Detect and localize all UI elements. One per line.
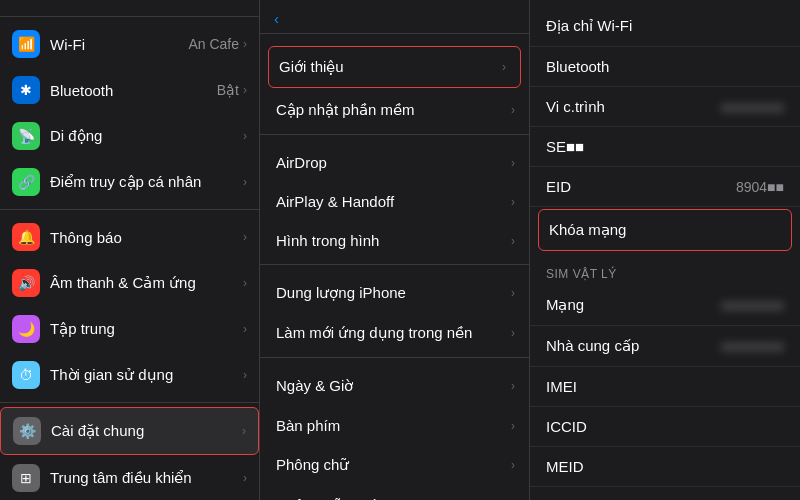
right-item-label-provider: Nhà cung cấp (546, 337, 639, 355)
settings-item-general[interactable]: ⚙️Cài đặt chung› (0, 407, 259, 455)
mid-item-label-about: Giới thiệu (279, 58, 344, 76)
back-button[interactable]: ‹ (272, 10, 281, 27)
mid-panel: ‹ Giới thiệu›Cập nhật phần mềm›AirDrop›A… (260, 0, 530, 500)
settings-item-wifi[interactable]: 📶Wi-FiAn Cafe› (0, 21, 259, 67)
hotspot-label: Điểm truy cập cá nhân (50, 173, 243, 191)
mid-item-chevron-airplay: › (511, 195, 515, 209)
sound-icon: 🔊 (12, 269, 40, 297)
hotspot-icon: 🔗 (12, 168, 40, 196)
mid-group-1: AirDrop›AirPlay & Handoff›Hình trong hìn… (260, 139, 529, 265)
mid-item-chevron-update: › (511, 103, 515, 117)
mid-item-chevron-pip: › (511, 234, 515, 248)
mid-group-0: Giới thiệu›Cập nhật phần mềm› (260, 40, 529, 135)
mid-item-chevron-datetime: › (511, 379, 515, 393)
settings-item-bluetooth[interactable]: ✱BluetoothBật› (0, 67, 259, 113)
mid-item-label-keyboard: Bàn phím (276, 417, 340, 434)
bluetooth-value: Bật (217, 82, 239, 98)
notification-label: Thông báo (50, 229, 243, 246)
settings-item-notification[interactable]: 🔔Thông báo› (0, 214, 259, 260)
right-item-wifi-addr: Địa chỉ Wi-Fi (530, 6, 800, 47)
mid-item-chevron-font: › (511, 458, 515, 472)
mid-item-label-pip: Hình trong hình (276, 232, 379, 249)
mid-item-pip[interactable]: Hình trong hình› (260, 221, 529, 260)
mid-item-label-datetime: Ngày & Giờ (276, 377, 353, 395)
mid-item-label-update: Cập nhật phần mềm (276, 101, 415, 119)
mid-item-chevron-about: › (502, 60, 506, 74)
right-item-meid: MEID (530, 447, 800, 487)
left-group-0: 📶Wi-FiAn Cafe›✱BluetoothBật›📡Di động›🔗Đi… (0, 17, 259, 210)
right-item-label-lock-network: Khóa mạng (549, 221, 626, 239)
bluetooth-chevron: › (243, 83, 247, 97)
right-item-carrier: Vi c.trìnhxxxxxxxxx (530, 87, 800, 127)
mid-item-label-background: Làm mới ứng dụng trong nền (276, 324, 472, 342)
general-chevron: › (242, 424, 246, 438)
mid-item-label-font: Phông chữ (276, 456, 349, 474)
right-item-label-wifi-addr: Địa chỉ Wi-Fi (546, 17, 632, 35)
right-item-value-provider: xxxxxxxxx (721, 338, 784, 354)
wifi-icon: 📶 (12, 30, 40, 58)
mid-item-airdrop[interactable]: AirDrop› (260, 143, 529, 182)
right-item-label-iccid: ICCID (546, 418, 587, 435)
mid-group-2: Dung lượng iPhone›Làm mới ứng dụng trong… (260, 269, 529, 358)
settings-item-sound[interactable]: 🔊Âm thanh & Cảm ứng› (0, 260, 259, 306)
mid-item-about[interactable]: Giới thiệu› (268, 46, 521, 88)
right-item-label-carrier: Vi c.trình (546, 98, 605, 115)
left-panel: 📶Wi-FiAn Cafe›✱BluetoothBật›📡Di động›🔗Đi… (0, 0, 260, 500)
mid-settings-list: Giới thiệu›Cập nhật phần mềm›AirDrop›Air… (260, 34, 529, 500)
settings-item-control[interactable]: ⊞Trung tâm điều khiển› (0, 455, 259, 500)
bluetooth-icon: ✱ (12, 76, 40, 104)
right-item-eid: EID8904■■ (530, 167, 800, 207)
focus-chevron: › (243, 322, 247, 336)
mobile-icon: 📡 (12, 122, 40, 150)
right-item-label-meid: MEID (546, 458, 584, 475)
mid-item-update[interactable]: Cập nhật phần mềm› (260, 90, 529, 130)
mid-item-airplay[interactable]: AirPlay & Handoff› (260, 182, 529, 221)
right-item-imei: IMEI (530, 367, 800, 407)
right-item-label-imei: IMEI (546, 378, 577, 395)
mid-item-keyboard[interactable]: Bàn phím› (260, 406, 529, 445)
right-item-label-network: Mạng (546, 296, 584, 314)
wifi-value: An Cafe (188, 36, 239, 52)
mid-item-chevron-storage: › (511, 286, 515, 300)
mid-item-background[interactable]: Làm mới ứng dụng trong nền› (260, 313, 529, 353)
notification-chevron: › (243, 230, 247, 244)
mid-group-3: Ngày & Giờ›Bàn phím›Phông chữ›Ngôn ngữ &… (260, 362, 529, 500)
settings-item-screentime[interactable]: ⏱Thời gian sử dụng› (0, 352, 259, 398)
mid-item-chevron-keyboard: › (511, 419, 515, 433)
sound-chevron: › (243, 276, 247, 290)
mid-item-label-airdrop: AirDrop (276, 154, 327, 171)
settings-item-focus[interactable]: 🌙Tập trung› (0, 306, 259, 352)
right-item-provider: Nhà cung cấpxxxxxxxxx (530, 326, 800, 367)
right-item-sim-vat-ly: SIM VẬT LÝ (530, 253, 800, 285)
bluetooth-label: Bluetooth (50, 82, 217, 99)
mid-item-language[interactable]: Ngôn ngữ & Vùng› (260, 485, 529, 500)
left-group-1: 🔔Thông báo›🔊Âm thanh & Cảm ứng›🌙Tập trun… (0, 210, 259, 403)
right-settings-list: Địa chỉ Wi-FiBluetoothVi c.trìnhxxxxxxxx… (530, 0, 800, 500)
mid-item-chevron-background: › (511, 326, 515, 340)
right-item-label-eid: EID (546, 178, 571, 195)
settings-list: 📶Wi-FiAn Cafe›✱BluetoothBật›📡Di động›🔗Đi… (0, 17, 259, 500)
right-item-lock-network[interactable]: Khóa mạng (538, 209, 792, 251)
mid-item-storage[interactable]: Dung lượng iPhone› (260, 273, 529, 313)
left-panel-header (0, 0, 259, 17)
right-item-label-bluetooth: Bluetooth (546, 58, 609, 75)
mid-item-chevron-airdrop: › (511, 156, 515, 170)
control-label: Trung tâm điều khiển (50, 469, 243, 487)
settings-item-hotspot[interactable]: 🔗Điểm truy cập cá nhân› (0, 159, 259, 205)
control-chevron: › (243, 471, 247, 485)
screentime-icon: ⏱ (12, 361, 40, 389)
right-item-sim-kha-dung: SIM KHẢ DỤNG (530, 487, 800, 500)
right-item-bluetooth: Bluetooth (530, 47, 800, 87)
mid-item-label-language: Ngôn ngữ & Vùng (276, 496, 396, 500)
right-item-iccid: ICCID (530, 407, 800, 447)
wifi-chevron: › (243, 37, 247, 51)
right-section-label-sim-vat-ly: SIM VẬT LÝ (546, 267, 617, 281)
mid-item-datetime[interactable]: Ngày & Giờ› (260, 366, 529, 406)
right-item-value-carrier: xxxxxxxxx (721, 99, 784, 115)
settings-item-mobile[interactable]: 📡Di động› (0, 113, 259, 159)
mid-item-font[interactable]: Phông chữ› (260, 445, 529, 485)
right-item-seid: SE■■ (530, 127, 800, 167)
focus-label: Tập trung (50, 320, 243, 338)
mid-panel-header: ‹ (260, 0, 529, 34)
notification-icon: 🔔 (12, 223, 40, 251)
